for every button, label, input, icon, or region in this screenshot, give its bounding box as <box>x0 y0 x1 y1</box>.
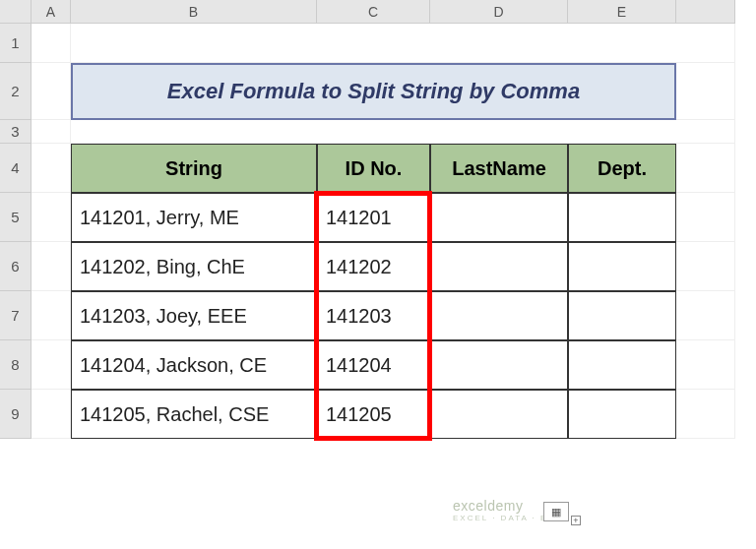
row-header-6[interactable]: 6 <box>0 242 32 291</box>
cell-C7[interactable]: 141203 <box>317 291 430 340</box>
cell-D7[interactable] <box>430 291 568 340</box>
cell-A6[interactable] <box>32 242 71 291</box>
cell-C9[interactable]: 141205 <box>317 390 430 439</box>
cell-C8[interactable]: 141204 <box>317 340 430 390</box>
cell-F6[interactable] <box>676 242 735 291</box>
cell-A1[interactable] <box>32 24 71 63</box>
cell-A5[interactable] <box>32 193 71 242</box>
col-header-B[interactable]: B <box>71 0 317 24</box>
header-string[interactable]: String <box>71 144 317 193</box>
row-header-5[interactable]: 5 <box>0 193 32 242</box>
row-header-3[interactable]: 3 <box>0 120 32 144</box>
cell-E7[interactable] <box>568 291 676 340</box>
title-cell[interactable]: Excel Formula to Split String by Comma <box>71 63 676 120</box>
col-header-blank[interactable] <box>676 0 735 24</box>
row-header-2[interactable]: 2 <box>0 63 32 120</box>
spreadsheet-grid[interactable]: A B C D E 1 2 Excel Formula to Split Str… <box>0 0 756 439</box>
row-header-4[interactable]: 4 <box>0 144 32 193</box>
cell-A8[interactable] <box>32 340 71 390</box>
cell-A2[interactable] <box>32 63 71 120</box>
watermark: exceldemy EXCEL · DATA · BI <box>453 498 552 522</box>
cell-E6[interactable] <box>568 242 676 291</box>
header-id[interactable]: ID No. <box>317 144 430 193</box>
cell-C6[interactable]: 141202 <box>317 242 430 291</box>
watermark-main: exceldemy <box>453 498 523 514</box>
cell-A7[interactable] <box>32 291 71 340</box>
autofill-plus-icon[interactable]: + <box>571 516 581 525</box>
cell-F8[interactable] <box>676 340 735 390</box>
row-header-8[interactable]: 8 <box>0 340 32 390</box>
cell-F9[interactable] <box>676 390 735 439</box>
cell-B5[interactable]: 141201, Jerry, ME <box>71 193 317 242</box>
autofill-options-icon[interactable]: ▦ <box>543 502 569 521</box>
col-header-C[interactable]: C <box>317 0 430 24</box>
watermark-sub: EXCEL · DATA · BI <box>453 514 552 522</box>
cell-B6[interactable]: 141202, Bing, ChE <box>71 242 317 291</box>
cell-B8[interactable]: 141204, Jackson, CE <box>71 340 317 390</box>
header-lastname[interactable]: LastName <box>430 144 568 193</box>
cell-B9[interactable]: 141205, Rachel, CSE <box>71 390 317 439</box>
cell-E5[interactable] <box>568 193 676 242</box>
cell-D9[interactable] <box>430 390 568 439</box>
row-header-1[interactable]: 1 <box>0 24 32 63</box>
cell-B3[interactable] <box>71 120 735 144</box>
cell-F4[interactable] <box>676 144 735 193</box>
cell-F7[interactable] <box>676 291 735 340</box>
fill-icon: ▦ <box>551 506 561 518</box>
col-header-A[interactable]: A <box>32 0 71 24</box>
cell-D6[interactable] <box>430 242 568 291</box>
cell-B1[interactable] <box>71 24 735 63</box>
cell-D5[interactable] <box>430 193 568 242</box>
cell-A4[interactable] <box>32 144 71 193</box>
cell-E9[interactable] <box>568 390 676 439</box>
select-all-corner[interactable] <box>0 0 32 24</box>
cell-A9[interactable] <box>32 390 71 439</box>
row-header-9[interactable]: 9 <box>0 390 32 439</box>
col-header-E[interactable]: E <box>568 0 676 24</box>
header-dept[interactable]: Dept. <box>568 144 676 193</box>
cell-D8[interactable] <box>430 340 568 390</box>
cell-A3[interactable] <box>32 120 71 144</box>
cell-B7[interactable]: 141203, Joey, EEE <box>71 291 317 340</box>
cell-F2[interactable] <box>676 63 735 120</box>
col-header-D[interactable]: D <box>430 0 568 24</box>
row-header-7[interactable]: 7 <box>0 291 32 340</box>
cell-C5[interactable]: 141201 <box>317 193 430 242</box>
cell-E8[interactable] <box>568 340 676 390</box>
cell-F5[interactable] <box>676 193 735 242</box>
